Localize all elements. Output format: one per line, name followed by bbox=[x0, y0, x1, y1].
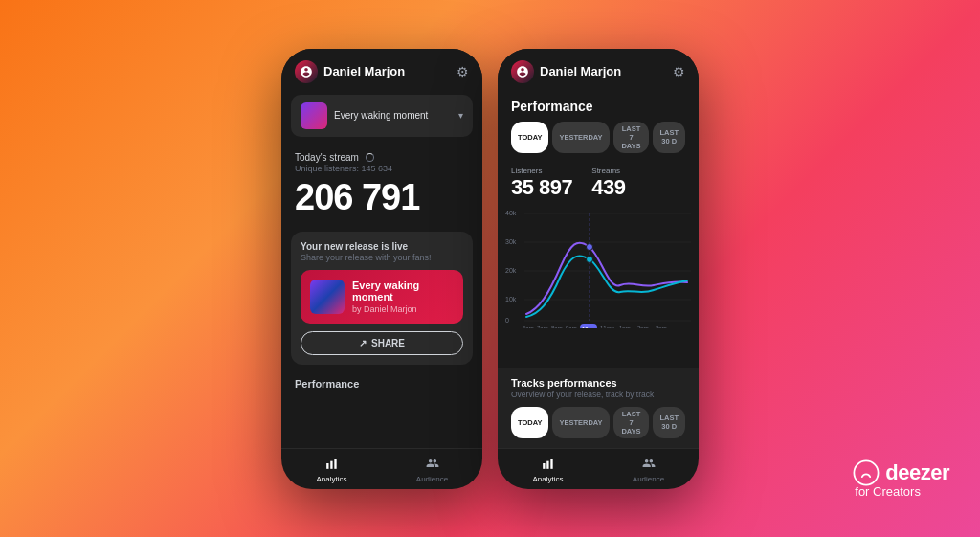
svg-rect-0 bbox=[326, 463, 328, 469]
deezer-brand-icon bbox=[853, 459, 880, 486]
gear-icon-right[interactable]: ⚙ bbox=[673, 64, 685, 79]
stats-row: Listeners 35 897 Streams 439 bbox=[498, 159, 699, 204]
svg-text:0: 0 bbox=[505, 317, 509, 324]
header-user-left: Daniel Marjon bbox=[295, 60, 405, 83]
chart-container: 40k 30k 20k 10k 0 bbox=[498, 204, 699, 366]
nav-audience-left[interactable]: Audience bbox=[382, 457, 482, 483]
audience-label-right: Audience bbox=[633, 475, 664, 483]
time-filters: TODAY YESTERDAY LAST 7 DAYS LAST 30 D bbox=[511, 122, 685, 153]
stat-listeners: Listeners 35 897 bbox=[511, 167, 572, 200]
svg-text:7am: 7am bbox=[537, 325, 548, 328]
svg-text:3pm: 3pm bbox=[656, 325, 667, 328]
svg-text:11am: 11am bbox=[600, 325, 614, 328]
nav-analytics-left[interactable]: Analytics bbox=[281, 457, 382, 483]
analytics-icon-left bbox=[325, 457, 339, 473]
svg-rect-2 bbox=[334, 459, 336, 469]
svg-text:1pm: 1pm bbox=[619, 325, 631, 328]
svg-text:9am: 9am bbox=[566, 325, 577, 328]
perf-label-left: Performance bbox=[295, 378, 469, 390]
share-icon: ↗ bbox=[359, 338, 367, 348]
tracks-perf-title: Tracks performances bbox=[511, 377, 685, 389]
stream-sublabel: Unique listeners: 145 634 bbox=[295, 164, 469, 173]
audience-icon-right bbox=[642, 457, 656, 473]
stream-section: Today's stream Unique listeners: 145 634… bbox=[281, 141, 482, 226]
user-name-right: Daniel Marjon bbox=[540, 64, 621, 78]
svg-text:6am: 6am bbox=[523, 325, 534, 328]
new-release-section: Your new release is live Share your rele… bbox=[291, 232, 473, 365]
performance-chart: 40k 30k 20k 10k 0 bbox=[505, 204, 691, 328]
streams-value: 439 bbox=[591, 175, 625, 200]
track-selector-left[interactable]: Every waking moment ▾ bbox=[291, 95, 473, 137]
performance-header: Performance TODAY YESTERDAY LAST 7 DAYS … bbox=[498, 91, 699, 159]
stat-streams: Streams 439 bbox=[591, 167, 625, 200]
tracks-filter-30days[interactable]: LAST 30 D bbox=[653, 407, 685, 438]
deezer-logo: deezer for Creators bbox=[853, 459, 949, 499]
svg-text:40k: 40k bbox=[505, 210, 517, 216]
right-phone-header: Daniel Marjon ⚙ bbox=[498, 49, 699, 91]
stream-number: 206 791 bbox=[295, 177, 469, 218]
streams-label: Streams bbox=[591, 167, 625, 175]
filter-yesterday[interactable]: YESTERDAY bbox=[552, 122, 609, 153]
right-phone: Daniel Marjon ⚙ Performance TODAY YESTER… bbox=[498, 49, 699, 489]
stream-label: Today's stream bbox=[295, 152, 469, 163]
filter-today[interactable]: TODAY bbox=[511, 122, 548, 153]
analytics-label-left: Analytics bbox=[316, 475, 346, 483]
bottom-nav-left: Analytics Audience bbox=[281, 448, 482, 489]
new-release-sub: Share your release with your fans! bbox=[301, 253, 463, 262]
loading-spinner bbox=[366, 153, 374, 162]
release-card: Every waking moment by Daniel Marjon bbox=[301, 270, 463, 324]
chevron-down-icon-left: ▾ bbox=[458, 110, 463, 121]
bottom-nav-right: Analytics Audience bbox=[498, 448, 699, 489]
release-info: Every waking moment by Daniel Marjon bbox=[352, 280, 454, 314]
deezer-sub: for Creators bbox=[853, 484, 921, 499]
perf-section-left: Performance bbox=[281, 370, 482, 393]
listeners-label: Listeners bbox=[511, 167, 572, 175]
deezer-name: deezer bbox=[885, 460, 949, 485]
nav-analytics-right[interactable]: Analytics bbox=[498, 457, 598, 483]
audience-icon-left bbox=[426, 457, 439, 473]
svg-rect-1 bbox=[330, 460, 332, 468]
tracks-filter-7days[interactable]: LAST 7 DAYS bbox=[613, 407, 650, 438]
tracks-performance-section: Tracks performances Overview of your rel… bbox=[498, 368, 699, 448]
audience-label-left: Audience bbox=[416, 475, 448, 483]
left-phone: Daniel Marjon ⚙ Every waking moment ▾ To… bbox=[281, 49, 482, 489]
share-button[interactable]: ↗ SHARE bbox=[301, 331, 463, 355]
analytics-label-right: Analytics bbox=[532, 475, 563, 483]
header-user-right: Daniel Marjon bbox=[511, 60, 621, 83]
svg-text:10k: 10k bbox=[505, 296, 517, 302]
new-release-title: Your new release is live bbox=[301, 241, 463, 252]
analytics-icon-right bbox=[542, 457, 555, 473]
filter-30days[interactable]: LAST 30 D bbox=[653, 122, 685, 153]
avatar-right bbox=[511, 60, 534, 83]
user-name-left: Daniel Marjon bbox=[323, 64, 405, 78]
filter-7days[interactable]: LAST 7 DAYS bbox=[613, 122, 650, 153]
svg-text:20k: 20k bbox=[505, 267, 517, 274]
svg-text:2pm: 2pm bbox=[637, 325, 649, 328]
tracks-perf-sub: Overview of your release, track by track bbox=[511, 390, 685, 399]
listeners-value: 35 897 bbox=[511, 175, 572, 200]
svg-text:8am: 8am bbox=[551, 325, 563, 328]
avatar-left bbox=[295, 60, 318, 83]
release-track-name: Every waking moment bbox=[352, 280, 454, 302]
release-art bbox=[310, 280, 345, 314]
deezer-logo-top: deezer bbox=[853, 459, 949, 486]
svg-point-29 bbox=[855, 460, 879, 484]
svg-rect-27 bbox=[546, 460, 548, 468]
release-artist: by Daniel Marjon bbox=[352, 304, 454, 314]
svg-rect-26 bbox=[543, 463, 545, 469]
tracks-filter-yesterday[interactable]: YESTERDAY bbox=[552, 407, 609, 438]
share-label: SHARE bbox=[371, 338, 405, 348]
tracks-time-filters: TODAY YESTERDAY LAST 7 DAYS LAST 30 D bbox=[511, 407, 685, 438]
gear-icon-left[interactable]: ⚙ bbox=[457, 64, 469, 79]
nav-audience-right[interactable]: Audience bbox=[598, 457, 699, 483]
svg-rect-28 bbox=[550, 459, 552, 469]
track-thumbnail-left bbox=[301, 102, 327, 129]
tracks-filter-today[interactable]: TODAY bbox=[511, 407, 548, 438]
svg-text:10am: 10am bbox=[582, 326, 596, 328]
track-selector-content: Every waking moment bbox=[301, 102, 428, 129]
svg-text:30k: 30k bbox=[505, 238, 517, 245]
performance-title: Performance bbox=[511, 99, 685, 114]
left-phone-header: Daniel Marjon ⚙ bbox=[281, 49, 482, 91]
track-name-left: Every waking moment bbox=[334, 110, 428, 121]
